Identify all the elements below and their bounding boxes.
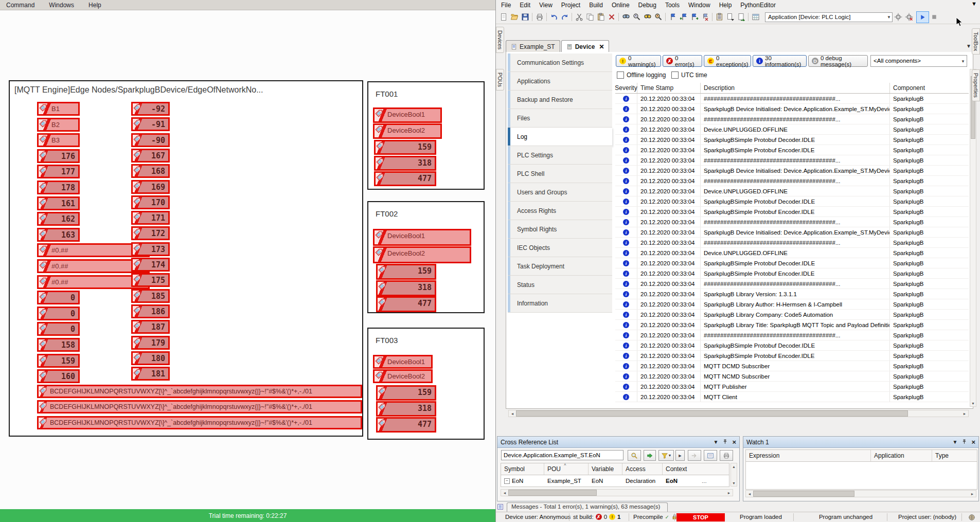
tag-ft002-devicebool2[interactable]: DeviceBool2 xyxy=(373,246,471,263)
side-tab-pous[interactable]: POUs xyxy=(496,69,504,91)
menu-help[interactable]: Help xyxy=(88,2,101,9)
tag-col2-168[interactable]: 168 xyxy=(131,164,170,178)
nav-item-information[interactable]: Information xyxy=(508,294,612,313)
menu-window[interactable]: Window xyxy=(688,2,710,9)
save-icon[interactable] xyxy=(520,12,530,22)
logout-gear-icon[interactable] xyxy=(903,12,914,22)
nav-item-symbol-rights[interactable]: Symbol Rights xyxy=(508,220,612,239)
checkbox-icon[interactable] xyxy=(617,71,624,79)
log-row[interactable]: i20.12.2020 00:33:04SparkplugB Library T… xyxy=(615,320,969,330)
scroll-thumb[interactable] xyxy=(516,410,908,417)
log-row[interactable]: i20.12.2020 00:33:04SparkplugBSimple Pro… xyxy=(615,351,969,361)
side-tab-toolbox[interactable]: ToolBox xyxy=(972,28,980,55)
paste-icon[interactable] xyxy=(595,12,606,22)
cross-reference-hscrollbar[interactable]: ◄ ► xyxy=(501,489,733,496)
nav-item-status[interactable]: Status xyxy=(508,276,612,294)
log-row[interactable]: i20.12.2020 00:33:04SparkplugBSimple Pro… xyxy=(615,145,969,155)
scroll-up-icon[interactable]: ▲ xyxy=(731,463,737,470)
tag-col1-161[interactable]: 161 xyxy=(37,196,80,210)
menu-project[interactable]: Project xyxy=(561,2,580,9)
menu-online[interactable]: Online xyxy=(612,2,630,9)
menu-build[interactable]: Build xyxy=(589,2,603,9)
scroll-thumb[interactable] xyxy=(508,490,597,496)
start-button[interactable] xyxy=(916,11,929,23)
col-symbol[interactable]: Symbol xyxy=(501,463,544,475)
tag-col2--90[interactable]: -90 xyxy=(131,133,170,147)
log-horizontal-scrollbar[interactable]: ◄ ► xyxy=(508,410,969,417)
tag-col2-173[interactable]: 173 xyxy=(131,242,170,256)
component-filter-dropdown[interactable]: <All components> ▼ xyxy=(870,55,967,67)
tag-col2--92[interactable]: -92 xyxy=(131,102,170,116)
col-type[interactable]: Type xyxy=(932,450,973,461)
delete-icon[interactable] xyxy=(606,12,617,22)
tag-col2-186[interactable]: 186 xyxy=(131,304,170,318)
menu-view[interactable]: View xyxy=(539,2,553,9)
log-table-header[interactable]: Severity Time Stamp Description Componen… xyxy=(615,83,969,94)
scroll-right-icon[interactable]: ► xyxy=(725,491,733,495)
tag-col1-0[interactable]: 0 xyxy=(37,322,80,336)
close-icon[interactable]: × xyxy=(971,438,975,446)
tab-example_st[interactable]: Example_ST xyxy=(506,40,560,52)
log-row[interactable]: i20.12.2020 00:33:04SparkplugB Device In… xyxy=(615,104,969,114)
nav-item-communication-settings[interactable]: Communication Settings xyxy=(508,53,612,72)
log-row[interactable]: i20.12.2020 00:33:04SparkplugBSimple Pro… xyxy=(615,258,969,268)
active-application-combo[interactable]: Application [Device: PLC Logic]▼ xyxy=(765,12,893,22)
clipboard-list-icon[interactable] xyxy=(714,12,725,22)
next-reference-button[interactable]: ► xyxy=(675,450,685,461)
log-row[interactable]: i20.12.2020 00:33:04MQTT DCMD Subscriber… xyxy=(615,361,969,371)
tag-col1-0[interactable]: 0 xyxy=(37,291,80,304)
login-gear-icon[interactable] xyxy=(893,12,903,22)
side-tab-devices[interactable]: Devices xyxy=(496,27,504,53)
tag-col2-170[interactable]: 170 xyxy=(131,195,170,209)
utc-time-checkbox[interactable]: UTC time xyxy=(671,71,707,79)
nav-item-task-deployment[interactable]: Task Deployment xyxy=(508,257,612,276)
menu-debug[interactable]: Debug xyxy=(638,2,656,9)
checkbox-icon[interactable] xyxy=(671,71,679,79)
tag-ft002-value[interactable]: 477 xyxy=(376,296,436,312)
scroll-down-icon[interactable]: ▼ xyxy=(970,400,976,406)
col-pou[interactable]: POU˄ xyxy=(544,463,589,475)
log-filter-information[interactable]: i30 information(s) xyxy=(753,55,807,67)
print-icon[interactable] xyxy=(534,12,545,22)
log-row[interactable]: i20.12.2020 00:33:04SparkplugBSimple Pro… xyxy=(615,207,969,217)
new-object-icon[interactable] xyxy=(725,12,736,22)
scroll-left-icon[interactable]: ◄ xyxy=(746,492,753,496)
tag-col2-179[interactable]: 179 xyxy=(131,336,170,350)
panel-menu-caret-icon[interactable]: ▼ xyxy=(714,439,719,445)
tag-col2-174[interactable]: 174 xyxy=(131,258,170,272)
log-vertical-scrollbar[interactable]: ▲ ▼ xyxy=(970,69,976,407)
tag-col2-187[interactable]: 187 xyxy=(131,320,170,334)
device-grid-icon[interactable] xyxy=(750,12,761,22)
tag-ft002-value[interactable]: 159 xyxy=(376,264,436,280)
watch-hscrollbar[interactable]: ◄ ► xyxy=(745,490,976,497)
tag-ft003-devicebool1[interactable]: DeviceBool1 xyxy=(373,355,433,369)
col-access[interactable]: Access xyxy=(622,463,663,475)
scroll-left-icon[interactable]: ◄ xyxy=(501,491,508,495)
log-row[interactable]: i20.12.2020 00:33:04####################… xyxy=(615,279,969,289)
bookmark-next-icon[interactable] xyxy=(689,12,700,22)
log-row[interactable]: i20.12.2020 00:33:04SparkplugB Library V… xyxy=(615,289,969,299)
log-row[interactable]: i20.12.2020 00:33:04SparkplugBSimple Pro… xyxy=(615,340,969,351)
incremental-search-icon[interactable] xyxy=(631,12,642,22)
messages-tab[interactable]: Messages - Total 1 error(s), 1 warning(s… xyxy=(507,502,668,512)
print-button[interactable] xyxy=(720,450,733,461)
tag-col1-176[interactable]: 176 xyxy=(37,149,80,163)
log-filter-exception[interactable]: E0 exception(s) xyxy=(704,55,751,67)
tag-ascii-row[interactable]: BCDEFGHIJKLMNOPQRSTUVWXYZ[\]^_`abcdefghi… xyxy=(37,416,362,429)
tag-col1-177[interactable]: 177 xyxy=(37,165,80,178)
log-row[interactable]: i20.12.2020 00:33:04####################… xyxy=(615,217,969,227)
menu-help[interactable]: Help xyxy=(719,2,732,9)
nav-item-access-rights[interactable]: Access Rights xyxy=(508,202,612,220)
go-button[interactable] xyxy=(644,450,656,461)
scroll-thumb[interactable] xyxy=(753,491,854,497)
col-expression[interactable]: Expression xyxy=(746,450,871,461)
tag-ft001-value[interactable]: 477 xyxy=(374,171,436,186)
tag-col1-B2[interactable]: B2 xyxy=(37,118,80,132)
offline-logging-checkbox[interactable]: Offline logging xyxy=(617,71,666,79)
new-file-icon[interactable] xyxy=(498,12,509,22)
log-row[interactable]: i20.12.2020 00:33:04####################… xyxy=(615,238,969,248)
tag-ft002-value[interactable]: 318 xyxy=(376,280,436,296)
tag-col2--91[interactable]: -91 xyxy=(131,117,170,131)
watch-titlebar[interactable]: Watch 1 ▼ × xyxy=(743,437,978,448)
tag-col1-160[interactable]: 160 xyxy=(37,369,80,383)
